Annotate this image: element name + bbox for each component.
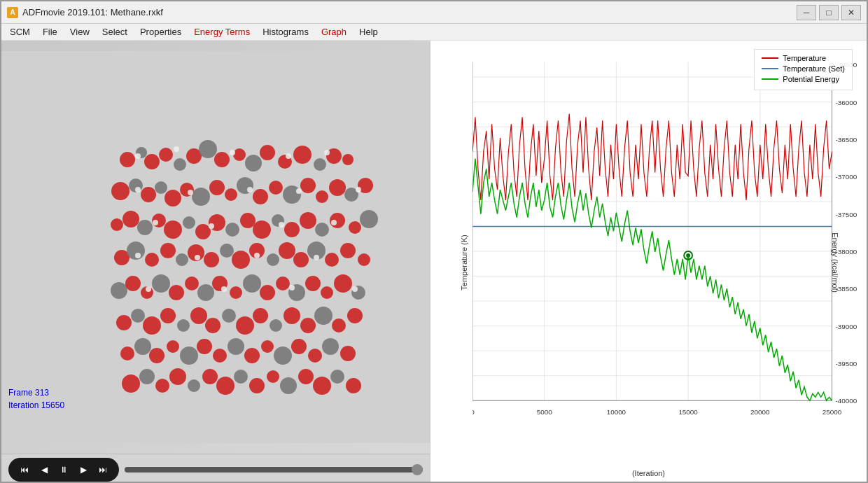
graph-panel: Temperature (K) Energy (kcal/mol) (Itera… [430,41,867,483]
menu-item-help[interactable]: Help [354,25,384,38]
svg-point-115 [308,349,322,363]
svg-point-39 [164,220,182,239]
svg-point-151 [146,286,151,292]
legend-potential-energy: Potential Energy [762,75,845,83]
svg-point-142 [356,187,361,192]
svg-point-17 [111,182,130,200]
svg-point-102 [347,308,363,323]
menu-item-graph[interactable]: Graph [316,25,352,38]
main-content: Frame 313 Iteration 15650 ⏮ ◀ ⏸ ▶ ⏭ Temp… [1,41,867,483]
pause-button[interactable]: ⏸ [55,461,73,479]
svg-point-94 [222,309,236,323]
svg-text:15000: 15000 [678,408,698,416]
svg-point-117 [340,346,356,361]
menu-item-energy-terms[interactable]: Energy Terms [188,25,255,38]
svg-point-65 [293,252,309,267]
svg-point-119 [139,369,155,384]
prev-button[interactable]: ◀ [35,461,53,479]
close-button[interactable]: ✕ [841,5,861,20]
svg-point-141 [296,188,302,194]
svg-point-91 [177,319,190,332]
svg-text:20000: 20000 [750,408,770,416]
svg-point-120 [155,379,169,393]
svg-point-70 [111,282,127,299]
menu-item-properties[interactable]: Properties [134,25,187,38]
svg-point-78 [230,286,242,299]
progress-bar[interactable] [125,467,423,472]
potential-energy-line [472,159,832,401]
molecule-visualization [1,41,430,454]
menu-item-histograms[interactable]: Histograms [257,25,314,38]
svg-point-140 [247,187,253,192]
svg-point-19 [141,187,156,202]
menu-item-file[interactable]: File [37,25,63,38]
svg-point-152 [221,286,227,292]
svg-point-45 [253,220,271,239]
svg-point-64 [279,242,295,259]
molecule-viewport[interactable]: Frame 313 Iteration 15650 [1,41,430,454]
svg-point-146 [331,220,337,225]
svg-point-153 [289,285,295,290]
svg-point-88 [131,309,145,323]
svg-text:-40000: -40000 [835,397,857,405]
svg-point-97 [270,319,282,332]
skip-back-button[interactable]: ⏮ [15,461,34,479]
minimize-button[interactable]: ─ [797,5,816,20]
svg-point-144 [209,223,214,229]
current-position-dot [686,253,690,258]
svg-point-23 [192,188,210,206]
legend-temperature-set-label: Temperature (Set) [783,64,845,73]
svg-point-90 [160,308,176,323]
molecule-panel: Frame 313 Iteration 15650 ⏮ ◀ ⏸ ▶ ⏭ [1,41,430,483]
svg-text:-37500: -37500 [835,211,857,218]
svg-point-138 [135,187,141,192]
svg-point-112 [261,340,274,353]
menu-item-scm[interactable]: SCM [4,25,36,38]
svg-point-101 [332,318,346,332]
svg-text:0: 0 [472,408,475,416]
svg-point-126 [249,378,265,393]
playback-controls[interactable]: ⏮ ◀ ⏸ ▶ ⏭ [8,458,119,482]
svg-point-145 [279,222,284,227]
progress-thumb[interactable] [412,464,423,475]
svg-text:25000: 25000 [822,408,842,416]
svg-text:10000: 10000 [607,408,626,416]
svg-point-127 [267,370,279,383]
svg-point-11 [260,145,275,160]
svg-point-92 [190,307,207,324]
svg-point-123 [202,369,218,384]
svg-point-118 [122,374,140,393]
svg-point-136 [286,153,291,159]
maximize-button[interactable]: □ [819,5,839,20]
menu-item-view[interactable]: View [64,25,95,38]
menu-item-select[interactable]: Select [97,25,133,38]
legend-temperature-set-line [762,68,778,69]
svg-point-30 [300,178,316,193]
svg-point-56 [160,243,176,258]
svg-point-108 [197,339,212,354]
svg-point-106 [167,340,179,353]
svg-point-135 [230,150,235,155]
svg-point-139 [188,190,193,195]
svg-point-24 [209,180,225,195]
title-bar-left: A ADFmovie 2019.101: Methane.rxkf [7,7,163,18]
svg-point-85 [334,274,352,293]
play-button[interactable]: ▶ [74,461,92,479]
svg-point-87 [116,315,132,330]
svg-point-68 [340,243,356,258]
frame-label: Frame 313 [8,386,64,399]
svg-point-125 [234,370,248,384]
skip-forward-button[interactable]: ⏭ [94,461,112,479]
graph-legend: Temperature Temperature (Set) Potential … [754,49,853,90]
svg-point-103 [120,346,134,360]
svg-point-47 [284,222,300,237]
svg-point-132 [346,378,361,393]
svg-point-150 [314,255,319,260]
svg-point-63 [267,253,279,266]
svg-point-113 [274,346,292,365]
svg-point-40 [183,216,195,229]
legend-temperature-label: Temperature [783,54,826,62]
svg-point-104 [134,338,151,355]
svg-point-9 [233,148,246,161]
svg-point-121 [169,368,186,385]
